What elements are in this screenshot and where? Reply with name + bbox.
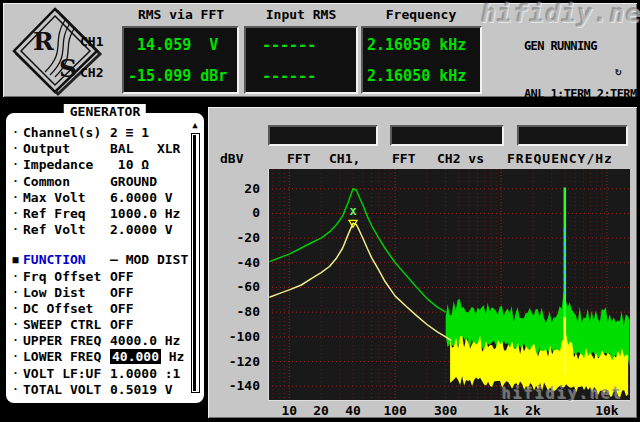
- item-value: 2 ≡ 1: [110, 125, 149, 140]
- y-tick-label: -140: [212, 378, 260, 393]
- item-label: SWEEP CTRL: [23, 317, 110, 333]
- item-bullet: ·: [8, 317, 23, 333]
- trace1-fft-label: FFT: [287, 151, 310, 166]
- header-bar: R S RMS via FFT CH1 CH2 14.059 V -15.099…: [3, 3, 637, 97]
- y-tick-label: 0: [212, 205, 260, 220]
- refresh-icon: ↻: [615, 65, 622, 78]
- input-rms-title: Input RMS: [242, 7, 360, 22]
- item-bullet: ·: [8, 222, 23, 238]
- generator-item-common[interactable]: ·CommonGROUND: [8, 174, 190, 190]
- generator-item-sweep-ctrl[interactable]: ·SWEEP CTRLOFF: [8, 317, 190, 333]
- y-tick-label: -60: [212, 279, 260, 294]
- rms-ch1-value: 14.059 V: [128, 36, 218, 54]
- scroll-up-arrow[interactable]: ▲: [189, 119, 201, 131]
- x-tick-label: 100: [373, 403, 417, 418]
- item-bullet: ·: [8, 190, 23, 206]
- input-rms-ch2-value: ------: [262, 67, 316, 85]
- generator-item-lower-freq[interactable]: ·LOWER FREQ40.000 Hz: [8, 349, 190, 365]
- generator-item-frq-offset[interactable]: ·Frq OffsetOFF: [8, 269, 190, 285]
- item-label: Low Dist: [23, 285, 110, 301]
- y-tick-label: -80: [212, 304, 260, 319]
- item-value: 2.0000 V: [110, 222, 173, 237]
- generator-item-ref-freq[interactable]: ·Ref Freq1000.0 Hz: [8, 206, 190, 222]
- y-tick-label: -100: [212, 329, 260, 344]
- item-value: 0.5019 V: [110, 382, 173, 397]
- item-label: Ref Volt: [23, 222, 110, 238]
- item-value: 40.000 Hz: [110, 349, 184, 364]
- frequency-display: 2.16050 kHz 2.16050 kHz: [361, 26, 482, 94]
- item-bullet: ·: [8, 141, 23, 157]
- y-tick-label: -40: [212, 255, 260, 270]
- item-value: OFF: [110, 301, 133, 316]
- y-tick-label: -120: [212, 354, 260, 369]
- item-label: VOLT LF:UF: [23, 366, 110, 382]
- softkey-bar-3: [517, 125, 628, 146]
- generator-item-function[interactable]: ■FUNCTION– MOD DIST: [8, 252, 190, 268]
- generator-item-volt-lf-uf[interactable]: ·VOLT LF:UF1.0000 :1: [8, 366, 190, 382]
- item-bullet: ·: [8, 125, 23, 141]
- item-value: 6.0000 V: [110, 190, 173, 205]
- item-bullet: ·: [8, 382, 23, 398]
- item-bullet: ·: [8, 157, 23, 173]
- y-axis-ticks: 200-20-40-60-80-100-120-140: [212, 169, 264, 401]
- y-tick-label: 20: [212, 181, 260, 196]
- analyzer-status: ANL 1:TERM 2:TERM: [524, 86, 640, 102]
- fft-spectrum-plot: x: [268, 169, 630, 401]
- item-value: OFF: [110, 269, 133, 284]
- generator-item-impedance[interactable]: ·Impedance 10 Ω: [8, 157, 190, 173]
- generator-item-channel-s-[interactable]: ·Channel(s)2 ≡ 1: [8, 125, 190, 141]
- scrollbar-thumb[interactable]: [193, 135, 196, 391]
- frequency-ch1-value: 2.16050 kHz: [367, 36, 466, 54]
- item-label: Common: [23, 174, 110, 190]
- ch2-label: CH2: [80, 65, 103, 80]
- item-label: DC Offset: [23, 301, 110, 317]
- softkey-bar-1: [268, 125, 378, 146]
- item-value: GROUND: [110, 174, 157, 189]
- x-axis-ticks: 1020401003001k2k10k: [268, 403, 630, 421]
- generator-item-total-volt[interactable]: ·TOTAL VOLT0.5019 V: [8, 382, 190, 398]
- softkey-bar-2: [390, 125, 504, 146]
- item-value: BAL XLR: [110, 141, 180, 156]
- generator-item-dc-offset[interactable]: ·DC OffsetOFF: [8, 301, 190, 317]
- generator-item-upper-freq[interactable]: ·UPPER FREQ4000.0 Hz: [8, 333, 190, 349]
- item-bullet: ·: [8, 269, 23, 285]
- item-label: Ref Freq: [23, 206, 110, 222]
- item-label: Channel(s): [23, 125, 110, 141]
- x-tick-label: 10k: [585, 403, 629, 418]
- item-value: 1.0000 :1: [110, 366, 180, 381]
- rms-fft-display: 14.059 V -15.099 dBr: [122, 26, 239, 94]
- generator-item-low-dist[interactable]: ·Low DistOFF: [8, 285, 190, 301]
- item-bullet: ·: [8, 333, 23, 349]
- generator-scrollbar[interactable]: ▲: [189, 119, 201, 397]
- item-value: OFF: [110, 317, 133, 332]
- input-rms-display: ------ ------: [244, 26, 358, 94]
- scrollbar-track[interactable]: [191, 133, 200, 393]
- item-label: TOTAL VOLT: [23, 382, 110, 398]
- item-bullet: ·: [8, 206, 23, 222]
- x-tick-label: 300: [424, 403, 468, 418]
- item-bullet: ·: [8, 301, 23, 317]
- edit-highlight[interactable]: 40.000: [110, 349, 161, 364]
- input-rms-ch1-value: ------: [262, 36, 316, 54]
- item-bullet: ·: [8, 174, 23, 190]
- x-axis-label: FREQUENCY/Hz: [507, 151, 613, 166]
- trace2-ch-label: CH2 vs: [437, 151, 484, 166]
- rs-logo: R S: [9, 5, 103, 97]
- generator-menu: ·Channel(s)2 ≡ 1·OutputBAL XLR·Impedance…: [8, 125, 190, 401]
- generator-item-max-volt[interactable]: ·Max Volt6.0000 V: [8, 190, 190, 206]
- rms-ch2-value: -15.099 dBr: [128, 67, 227, 85]
- trace1-marker: x: [349, 204, 356, 218]
- item-label: LOWER FREQ: [23, 349, 110, 365]
- generator-item-ref-volt[interactable]: ·Ref Volt2.0000 V: [8, 222, 190, 238]
- x-tick-label: 2k: [511, 403, 555, 418]
- generator-item-output[interactable]: ·OutputBAL XLR: [8, 141, 190, 157]
- item-label: UPPER FREQ: [23, 333, 110, 349]
- ch1-label: CH1: [80, 34, 103, 49]
- item-label: Frq Offset: [23, 269, 110, 285]
- logo-letter-s: S: [59, 54, 77, 83]
- item-value: 4000.0 Hz: [110, 333, 180, 348]
- fft-chart-panel: dBV FFT CH1, FFT CH2 vs FREQUENCY/Hz x 2…: [208, 107, 637, 418]
- trace2-fft-label: FFT: [392, 151, 415, 166]
- generator-panel-title: GENERATOR: [64, 104, 146, 119]
- frequency-title: Frequency: [359, 7, 483, 22]
